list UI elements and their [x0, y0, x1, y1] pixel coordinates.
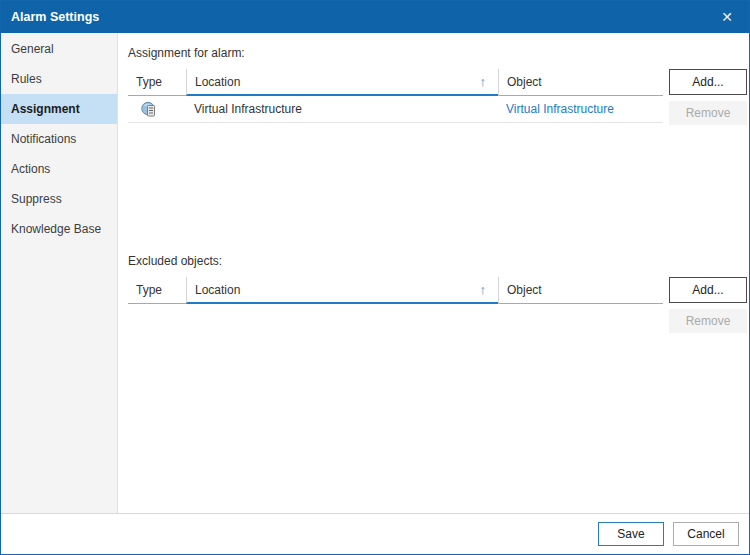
- assignment-section-label: Assignment for alarm:: [128, 46, 747, 60]
- sidebar-item-assignment[interactable]: Assignment: [1, 94, 117, 124]
- dialog-body: General Rules Assignment Notifications A…: [1, 33, 749, 513]
- object-link[interactable]: Virtual Infrastructure: [506, 102, 614, 116]
- remove-button[interactable]: Remove: [669, 309, 747, 333]
- sort-ascending-icon: ↑: [480, 283, 487, 296]
- save-button[interactable]: Save: [598, 522, 664, 546]
- sidebar-item-knowledge-base[interactable]: Knowledge Base: [1, 214, 117, 244]
- sidebar: General Rules Assignment Notifications A…: [1, 33, 118, 513]
- excluded-table: Type Location ↑ Object: [128, 277, 663, 333]
- sidebar-item-actions[interactable]: Actions: [1, 154, 117, 184]
- column-header-type[interactable]: Type: [128, 69, 186, 96]
- excluded-table-area: Type Location ↑ Object Add... Remove: [128, 277, 747, 333]
- remove-button[interactable]: Remove: [669, 101, 747, 125]
- column-header-object[interactable]: Object: [498, 277, 663, 304]
- assignment-table: Type Location ↑ Object: [128, 69, 663, 125]
- window-title: Alarm Settings: [11, 10, 99, 24]
- excluded-buttons: Add... Remove: [669, 277, 747, 333]
- dialog-footer: Save Cancel: [1, 513, 749, 554]
- close-icon[interactable]: ✕: [705, 1, 749, 33]
- row-object-cell: Virtual Infrastructure: [498, 96, 663, 122]
- add-button[interactable]: Add...: [669, 69, 747, 95]
- column-header-object[interactable]: Object: [498, 69, 663, 96]
- alarm-settings-dialog: Alarm Settings ✕ General Rules Assignmen…: [0, 0, 750, 555]
- row-type-cell: [128, 96, 186, 122]
- main-content: Assignment for alarm: Type Location ↑ Ob…: [118, 33, 749, 513]
- section-spacer: [128, 125, 747, 254]
- title-bar: Alarm Settings ✕: [1, 1, 749, 33]
- excluded-table-header: Type Location ↑ Object: [128, 277, 663, 304]
- sidebar-item-general[interactable]: General: [1, 34, 117, 64]
- sidebar-item-notifications[interactable]: Notifications: [1, 124, 117, 154]
- cancel-button[interactable]: Cancel: [673, 522, 739, 546]
- virtual-infrastructure-icon: [141, 101, 157, 117]
- sidebar-item-rules[interactable]: Rules: [1, 64, 117, 94]
- table-row[interactable]: Virtual Infrastructure Virtual Infrastru…: [128, 96, 663, 123]
- row-location-cell: Virtual Infrastructure: [186, 96, 498, 122]
- column-header-location[interactable]: Location ↑: [186, 277, 498, 304]
- sort-ascending-icon: ↑: [480, 75, 487, 88]
- add-button[interactable]: Add...: [669, 277, 747, 303]
- column-header-type[interactable]: Type: [128, 277, 186, 304]
- assignment-table-area: Type Location ↑ Object: [128, 69, 747, 125]
- assignment-table-header: Type Location ↑ Object: [128, 69, 663, 96]
- excluded-section-label: Excluded objects:: [128, 254, 747, 268]
- assignment-buttons: Add... Remove: [669, 69, 747, 125]
- sidebar-item-suppress[interactable]: Suppress: [1, 184, 117, 214]
- column-header-location[interactable]: Location ↑: [186, 69, 498, 96]
